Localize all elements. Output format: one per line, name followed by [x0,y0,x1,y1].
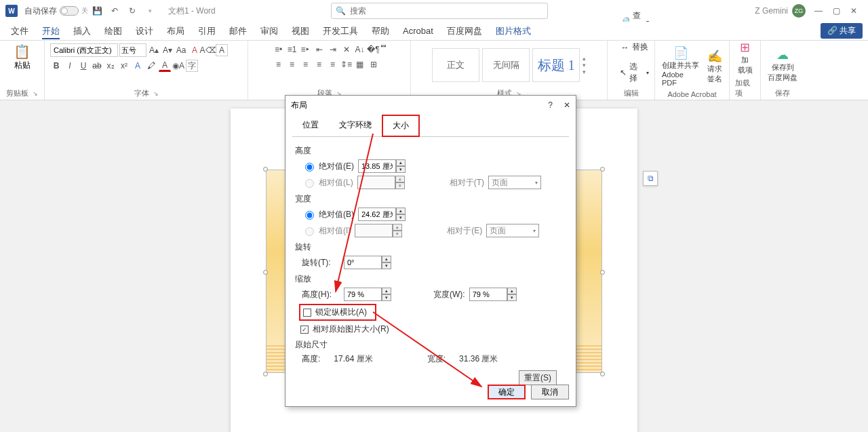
show-marks-icon[interactable]: �¶ [368,43,380,56]
rotate-down[interactable]: ▾ [382,262,391,269]
tab-review[interactable]: 审阅 [254,22,285,40]
scale-w-input[interactable] [469,288,507,301]
tab-baidu[interactable]: 百度网盘 [440,22,489,40]
font-color-icon[interactable]: A [159,60,171,72]
style-normal[interactable]: 正文 [432,48,479,82]
indent-inc-icon[interactable]: ⇥ [327,43,339,56]
paste-button[interactable]: 粘贴 [14,60,31,71]
cancel-button[interactable]: 取消 [531,385,569,399]
resize-handle-mr[interactable] [600,270,605,275]
shading-icon[interactable]: ▦ [354,58,366,71]
italic-icon[interactable]: I [64,60,76,72]
phonetic-icon[interactable]: A [189,44,201,56]
justify-icon[interactable]: ≡ [313,58,326,71]
select-button[interactable]: ↖选择▾ [620,61,649,84]
multilevel-icon[interactable]: ≡‣ [300,43,312,56]
abs-height-down[interactable]: ▾ [396,166,406,173]
asian-layout-icon[interactable]: ✕ [340,43,353,56]
enclose-icon[interactable]: 字 [186,60,198,72]
reset-button[interactable]: 重置(S) [519,370,557,385]
shrink-font-icon[interactable]: A▾ [161,44,174,56]
tab-view[interactable]: 视图 [285,22,316,40]
rel-height-radio[interactable]: 相对值(L) [302,177,353,189]
lock-aspect-checkbox[interactable] [303,309,311,317]
bold-icon[interactable]: B [50,60,62,72]
clear-format-icon[interactable]: A⌫ [202,44,214,56]
dialog-close-icon[interactable]: ✕ [564,100,570,110]
abs-width-input[interactable] [358,208,396,221]
highlight-icon[interactable]: 🖍 [145,60,157,72]
font-launcher[interactable]: ↘ [153,90,159,97]
tab-design[interactable]: 设计 [129,22,160,40]
create-share-pdf-button[interactable]: 📄 创建并共享 Adobe PDF [660,44,701,88]
underline-icon[interactable]: U [77,60,90,72]
tab-draw[interactable]: 绘图 [98,22,129,40]
ok-button[interactable]: 确定 [488,385,526,399]
tab-help[interactable]: 帮助 [365,22,396,40]
font-size-input[interactable] [119,43,146,57]
scale-w-down[interactable]: ▾ [507,294,517,301]
scale-h-up[interactable]: ▴ [382,288,391,294]
clipboard-launcher[interactable]: ↘ [33,90,38,97]
scale-h-input[interactable] [344,288,382,301]
change-case-icon[interactable]: Aa [175,44,187,56]
char-shading-icon[interactable]: ◉A [172,60,184,72]
dialog-tab-size[interactable]: 大小 [382,115,420,137]
share-button[interactable]: 🔗 共享 [821,23,863,39]
undo-icon[interactable]: ↶ [106,4,123,18]
close-window-icon[interactable]: ✕ [845,4,863,18]
abs-height-input[interactable] [358,159,396,173]
user-avatar[interactable]: ZG [792,4,806,18]
paste-icon[interactable]: 📋 [14,43,31,60]
save-baidu-button[interactable]: ☁ 保存到 百度网盘 [766,46,799,84]
request-sign-button[interactable]: ✍ 请求 签名 [706,47,724,85]
indent-dec-icon[interactable]: ⇤ [313,43,326,56]
rotate-input[interactable] [344,256,382,269]
dialog-tab-wrap[interactable]: 文字环绕 [329,115,382,137]
superscript-icon[interactable]: x² [118,60,130,72]
grow-font-icon[interactable]: A▴ [148,44,160,56]
maximize-icon[interactable]: ▢ [827,4,845,18]
style-heading1[interactable]: 标题 1 [532,48,580,82]
abs-width-radio[interactable]: 绝对值(B) [302,209,354,220]
resize-handle-br[interactable] [600,372,605,376]
tab-acrobat[interactable]: Acrobat [396,22,440,40]
abs-width-up[interactable]: ▴ [396,208,406,214]
rel-width-radio[interactable]: 相对值(I) [302,225,351,237]
strike-icon[interactable]: ab [91,60,103,72]
scale-h-down[interactable]: ▾ [382,294,391,301]
bullets-icon[interactable]: ≡• [273,43,285,56]
save-icon[interactable]: 💾 [88,4,106,18]
rotate-up[interactable]: ▴ [382,256,391,262]
resize-handle-tl[interactable] [263,167,268,172]
tab-file[interactable]: 文件 [4,22,35,40]
tab-home[interactable]: 开始 [35,22,66,40]
autosave-toggle[interactable] [60,6,79,16]
distribute-icon[interactable]: ≡ [327,58,339,71]
sort-icon[interactable]: A↓ [354,43,366,56]
style-more-icon[interactable]: ▴▾▾ [583,55,586,75]
layout-options-icon[interactable]: ⧉ [643,171,658,186]
rel-to-e-select[interactable]: 页面▾ [486,224,539,237]
qat-more-icon[interactable]: ▾ [141,4,159,18]
dialog-tab-position[interactable]: 位置 [292,115,329,137]
tab-layout[interactable]: 布局 [160,22,191,40]
tab-dev[interactable]: 开发工具 [316,22,365,40]
resize-handle-tr[interactable] [600,167,605,172]
abs-height-up[interactable]: ▴ [396,159,406,166]
replace-button[interactable]: ↔替换 [621,41,648,53]
rel-to-t-select[interactable]: 页面▾ [488,176,541,189]
borders-icon[interactable]: ⊞ [368,58,380,71]
subscript-icon[interactable]: x₂ [104,60,117,72]
align-center-icon[interactable]: ≡ [286,58,298,71]
tab-references[interactable]: 引用 [191,22,222,40]
scale-w-up[interactable]: ▴ [507,288,517,294]
text-effect-icon[interactable]: A [132,60,144,72]
abs-width-down[interactable]: ▾ [396,214,406,221]
tab-mail[interactable]: 邮件 [222,22,254,40]
line-spacing-icon[interactable]: ⇕≡ [340,58,353,71]
redo-icon[interactable]: ↻ [123,4,141,18]
tab-picture-format[interactable]: 图片格式 [489,22,538,40]
search-box[interactable]: 🔍 [331,3,548,19]
search-input[interactable] [349,5,543,16]
